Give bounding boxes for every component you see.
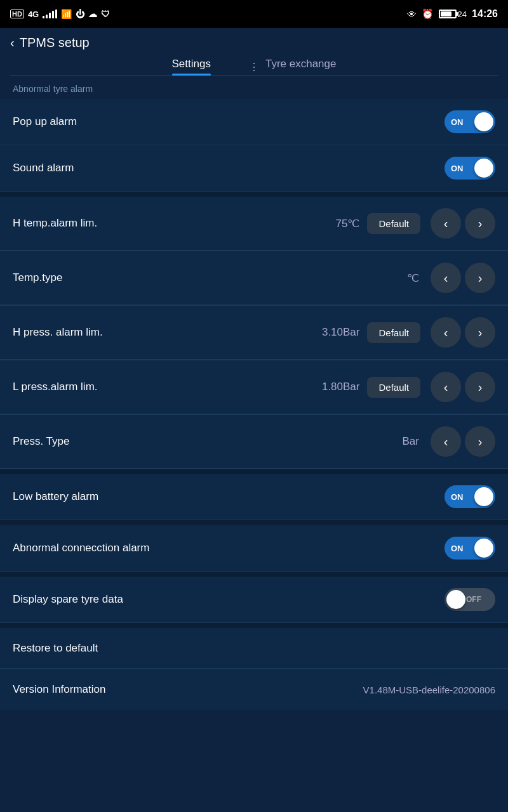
- press-type-value: Bar: [403, 435, 419, 448]
- status-bar: HD 4G 📶 ⏻ ☁ 🛡 👁 ⏰ 24 14:26: [0, 0, 508, 28]
- abnormal-tyre-alarm-label: Abnormal tyre alarm: [0, 76, 508, 99]
- back-row: ‹ TPMS setup: [10, 36, 498, 50]
- sound-alarm-label: Sound alarm: [13, 162, 444, 174]
- popup-alarm-knob: [474, 112, 493, 131]
- version-row: Version Information V1.48M-USB-deelife-2…: [0, 669, 508, 710]
- abnormal-connection-label: Abnormal connecction alarm: [13, 542, 444, 554]
- battery-indicator: 24: [439, 10, 467, 19]
- h-press-alarm-value: 3.10Bar: [322, 326, 360, 339]
- low-battery-row: Low battery alarm ON: [0, 474, 508, 520]
- back-button[interactable]: ‹: [10, 36, 15, 50]
- low-battery-toggle[interactable]: ON: [444, 485, 495, 508]
- alarm-icon: ⏰: [422, 8, 434, 20]
- tab-more-icon: ⋮: [249, 61, 259, 73]
- sound-alarm-knob: [474, 159, 493, 178]
- time-display: 14:26: [472, 8, 498, 20]
- press-type-decrement-button[interactable]: ‹: [431, 426, 461, 457]
- h-temp-alarm-value: 75℃: [336, 217, 360, 230]
- press-type-increment-button[interactable]: ›: [465, 426, 495, 457]
- temp-type-row: Temp.type ℃ ‹ ›: [0, 251, 508, 305]
- tabs-divider: [10, 75, 498, 76]
- status-bar-left: HD 4G 📶 ⏻ ☁ 🛡: [10, 9, 110, 19]
- h-press-alarm-row: H press. alarm lim. 3.10Bar Default ‹ ›: [0, 306, 508, 360]
- sound-alarm-toggle[interactable]: ON: [444, 157, 495, 180]
- page-title: TPMS setup: [20, 36, 90, 50]
- low-battery-knob: [474, 487, 493, 506]
- cloud-icon: ☁: [88, 9, 97, 19]
- header: ‹ TPMS setup Settings ⋮ Tyre exchange: [0, 28, 508, 76]
- section-divider-2: [0, 469, 508, 474]
- abnormal-connection-row: Abnormal connecction alarm ON: [0, 525, 508, 572]
- l-press-increment-button[interactable]: ›: [465, 372, 495, 402]
- press-type-label: Press. Type: [13, 435, 403, 448]
- tabs-row: Settings ⋮ Tyre exchange: [10, 58, 498, 75]
- temp-type-increment-button[interactable]: ›: [465, 263, 495, 293]
- tab-settings[interactable]: Settings: [172, 58, 211, 75]
- h-press-decrement-button[interactable]: ‹: [431, 317, 461, 348]
- section-divider-1: [0, 192, 508, 197]
- battery-fill: [441, 11, 452, 16]
- sound-alarm-toggle-label: ON: [451, 164, 464, 173]
- abnormal-connection-knob: [474, 539, 493, 558]
- spare-tyre-toggle-label: OFF: [466, 595, 481, 604]
- press-type-row: Press. Type Bar ‹ ›: [0, 415, 508, 469]
- popup-alarm-row: Pop up alarm ON: [0, 99, 508, 145]
- h-temp-alarm-label: H temp.alarm lim.: [13, 217, 336, 230]
- h-temp-increment-button[interactable]: ›: [465, 208, 495, 239]
- sound-alarm-row: Sound alarm ON: [0, 145, 508, 192]
- temp-type-label: Temp.type: [13, 272, 407, 284]
- spare-tyre-row: Display spare tyre data OFF: [0, 577, 508, 623]
- section-divider-3: [0, 520, 508, 525]
- version-info-label: Version Information: [13, 683, 363, 696]
- spare-tyre-label: Display spare tyre data: [13, 593, 444, 606]
- h-temp-alarm-row: H temp.alarm lim. 75℃ Default ‹ ›: [0, 197, 508, 251]
- popup-alarm-toggle-label: ON: [451, 117, 464, 127]
- h-press-alarm-label: H press. alarm lim.: [13, 326, 322, 339]
- temp-type-value: ℃: [407, 272, 419, 285]
- h-temp-decrement-button[interactable]: ‹: [431, 208, 461, 239]
- section-divider-4: [0, 572, 508, 577]
- version-info-value: V1.48M-USB-deelife-20200806: [363, 684, 495, 695]
- spare-tyre-toggle[interactable]: OFF: [444, 588, 495, 611]
- h-temp-default-button[interactable]: Default: [367, 213, 420, 234]
- 4g-icon: 4G: [28, 10, 39, 19]
- popup-alarm-label: Pop up alarm: [13, 115, 444, 128]
- hd-icon: HD: [10, 10, 24, 18]
- low-battery-toggle-label: ON: [451, 492, 464, 502]
- l-press-alarm-row: L press.alarm lim. 1.80Bar Default ‹ ›: [0, 360, 508, 414]
- shield-icon: 🛡: [101, 9, 110, 19]
- low-battery-label: Low battery alarm: [13, 490, 444, 503]
- wifi-icon: 📶: [61, 9, 72, 19]
- eye-icon: 👁: [407, 9, 417, 20]
- abnormal-connection-toggle[interactable]: ON: [444, 537, 495, 560]
- content: Abnormal tyre alarm Pop up alarm ON Soun…: [0, 76, 508, 710]
- battery-level: 24: [458, 10, 467, 19]
- power-icon: ⏻: [76, 9, 84, 19]
- spare-tyre-knob: [446, 590, 465, 609]
- abnormal-connection-toggle-label: ON: [451, 544, 464, 553]
- temp-type-decrement-button[interactable]: ‹: [431, 263, 461, 293]
- h-press-increment-button[interactable]: ›: [465, 317, 495, 348]
- section-divider-5: [0, 623, 508, 628]
- l-press-decrement-button[interactable]: ‹: [431, 372, 461, 402]
- signal-icon: [43, 10, 57, 18]
- status-bar-right: 👁 ⏰ 24 14:26: [407, 8, 498, 20]
- l-press-default-button[interactable]: Default: [367, 377, 420, 398]
- l-press-alarm-label: L press.alarm lim.: [13, 381, 322, 393]
- h-press-default-button[interactable]: Default: [367, 322, 420, 343]
- popup-alarm-toggle[interactable]: ON: [444, 110, 495, 133]
- l-press-alarm-value: 1.80Bar: [322, 381, 360, 393]
- tab-tyre-exchange[interactable]: Tyre exchange: [265, 58, 337, 75]
- battery-box: [439, 10, 457, 18]
- restore-default-row[interactable]: Restore to default: [0, 628, 508, 669]
- restore-default-label: Restore to default: [13, 642, 495, 655]
